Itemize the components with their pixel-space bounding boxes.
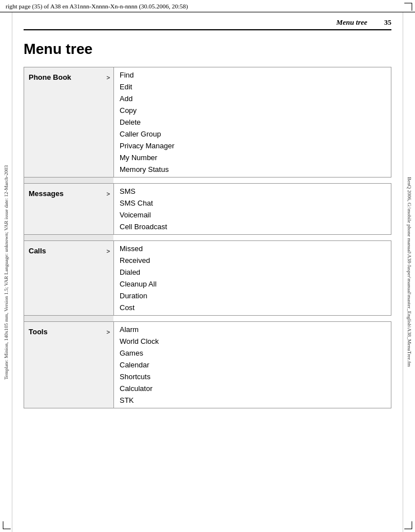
menu-item-3-3: Calendar — [114, 359, 391, 371]
top-bar-text: right page (35) of A38 en A31nnn-Xnnnn-X… — [6, 3, 188, 10]
menu-items-box-2: MissedReceivedDialedCleanup AllDurationC… — [113, 240, 391, 316]
menu-item-0-0: Find — [114, 67, 391, 81]
section-spacer-left — [24, 235, 113, 240]
menu-category-3: Tools> — [24, 321, 113, 408]
menu-item-0-2: Add — [114, 93, 391, 104]
menu-item-1-0: SMS — [114, 184, 391, 197]
page-number: 35 — [384, 18, 391, 27]
menu-item-2-1: Received — [114, 254, 391, 266]
section-spacer-right — [113, 235, 391, 240]
menu-item-1-2: Voicemail — [114, 209, 391, 221]
menu-item-2-3: Cleanup All — [114, 278, 391, 290]
left-sidebar: Template: Minion, 140x105 mm, Version 1.… — [0, 12, 12, 532]
menu-item-0-6: Privacy Manager — [114, 140, 391, 152]
menu-tree: Phone Book>FindEditAddCopyDeleteCaller G… — [24, 67, 391, 408]
page-header-title: Menu tree — [336, 18, 367, 27]
page-title: Menu tree — [24, 40, 391, 58]
menu-item-0-8: Memory Status — [114, 163, 391, 177]
menu-item-3-1: World Clock — [114, 335, 391, 347]
menu-item-3-6: STK — [114, 394, 391, 408]
menu-arrow-icon: > — [107, 74, 110, 81]
menu-arrow-icon: > — [107, 248, 110, 254]
menu-item-2-2: Dialed — [114, 266, 391, 278]
menu-item-2-5: Cost — [114, 302, 391, 315]
crop-mark-bottom-right — [404, 521, 412, 529]
menu-item-3-4: Shortcuts — [114, 371, 391, 383]
menu-items-box-0: FindEditAddCopyDeleteCaller GroupPrivacy… — [113, 67, 391, 178]
menu-items-box-3: AlarmWorld ClockGamesCalendarShortcutsCa… — [113, 321, 391, 408]
menu-item-0-4: Delete — [114, 116, 391, 128]
menu-section-messages: Messages>SMSSMS ChatVoicemailCell Broadc… — [24, 183, 391, 235]
right-sidebar: BenQ 2006, G:\mobile phone manual\A38-Ja… — [403, 12, 415, 532]
menu-items-box-1: SMSSMS ChatVoicemailCell Broadcast — [113, 183, 391, 235]
menu-section-tools: Tools>AlarmWorld ClockGamesCalendarShort… — [24, 321, 391, 408]
section-spacer — [24, 235, 391, 240]
section-spacer-left — [24, 316, 113, 321]
section-spacer — [24, 316, 391, 321]
section-spacer-right — [113, 316, 391, 321]
menu-section-phone-book: Phone Book>FindEditAddCopyDeleteCaller G… — [24, 67, 391, 178]
top-bar: right page (35) of A38 en A31nnn-Xnnnn-X… — [0, 0, 415, 12]
menu-arrow-icon: > — [107, 190, 110, 197]
menu-category-2: Calls> — [24, 240, 113, 316]
menu-category-1: Messages> — [24, 183, 113, 235]
menu-item-2-4: Duration — [114, 290, 391, 302]
menu-item-0-7: My Number — [114, 152, 391, 163]
menu-section-calls: Calls>MissedReceivedDialedCleanup AllDur… — [24, 240, 391, 316]
menu-item-3-5: Calculator — [114, 383, 391, 394]
section-spacer-right — [113, 178, 391, 183]
menu-item-2-0: Missed — [114, 241, 391, 254]
page-header: Menu tree 35 — [24, 18, 391, 30]
main-content: Menu tree 35 Menu tree Phone Book>FindEd… — [12, 12, 403, 532]
menu-item-3-2: Games — [114, 347, 391, 359]
menu-item-1-1: SMS Chat — [114, 197, 391, 209]
section-spacer-left — [24, 178, 113, 183]
menu-arrow-icon: > — [107, 329, 110, 335]
menu-item-0-5: Caller Group — [114, 128, 391, 140]
menu-category-0: Phone Book> — [24, 67, 113, 178]
menu-item-0-3: Copy — [114, 104, 391, 116]
right-sidebar-text: BenQ 2006, G:\mobile phone manual\A38-Ja… — [407, 177, 412, 367]
left-sidebar-text: Template: Minion, 140x105 mm, Version 1.… — [3, 165, 9, 380]
menu-item-1-3: Cell Broadcast — [114, 221, 391, 234]
crop-mark-bottom-left — [3, 521, 11, 529]
section-spacer — [24, 178, 391, 183]
crop-mark-top-right — [404, 3, 412, 11]
menu-item-3-0: Alarm — [114, 322, 391, 335]
menu-item-0-1: Edit — [114, 81, 391, 93]
